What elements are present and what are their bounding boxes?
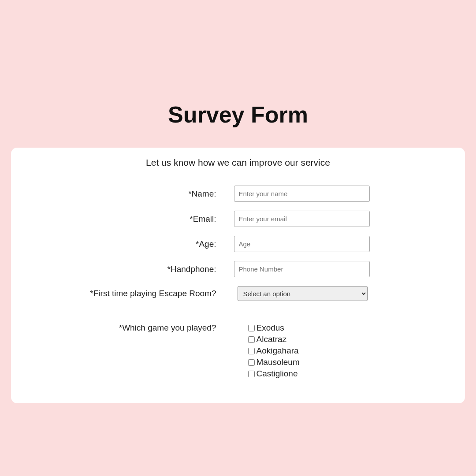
label-handphone: *Handphone: (29, 264, 234, 274)
row-which-game: *Which game you played? Exodus Alcatraz … (29, 323, 447, 380)
name-input[interactable] (234, 186, 370, 202)
wrap-handphone (234, 261, 448, 277)
form-card: Let us know how we can improve our servi… (11, 148, 465, 403)
checkbox-alcatraz[interactable] (248, 336, 255, 343)
row-first-time: *First time playing Escape Room? Select … (29, 286, 447, 301)
checkbox-label-exodus: Exodus (257, 323, 284, 333)
checkbox-item-castiglione[interactable]: Castiglione (248, 369, 448, 379)
label-first-time: *First time playing Escape Room? (29, 289, 234, 298)
first-time-select[interactable]: Select an option (238, 286, 368, 301)
game-checkbox-group: Exodus Alcatraz Aokigahara Mausoleum Cas… (234, 323, 448, 380)
checkbox-label-alcatraz: Alcatraz (257, 335, 287, 344)
label-email: *Email: (29, 214, 234, 224)
checkbox-exodus[interactable] (248, 325, 255, 331)
label-name: *Name: (29, 189, 234, 199)
row-email: *Email: (29, 211, 447, 227)
checkbox-item-mausoleum[interactable]: Mausoleum (248, 357, 448, 367)
form-description: Let us know how we can improve our servi… (29, 157, 447, 168)
row-handphone: *Handphone: (29, 261, 447, 277)
wrap-email (234, 211, 448, 227)
wrap-first-time: Select an option (234, 286, 448, 301)
checkbox-label-mausoleum: Mausoleum (257, 357, 300, 367)
row-name: *Name: (29, 186, 447, 202)
label-which-game: *Which game you played? (29, 323, 234, 333)
handphone-input[interactable] (234, 261, 370, 277)
age-input[interactable] (234, 236, 370, 252)
checkbox-aokigahara[interactable] (248, 348, 255, 354)
page-container: Survey Form Let us know how we can impro… (0, 101, 476, 403)
label-age: *Age: (29, 239, 234, 249)
email-input[interactable] (234, 211, 370, 227)
checkbox-item-exodus[interactable]: Exodus (248, 323, 448, 333)
checkbox-castiglione[interactable] (248, 371, 255, 377)
checkbox-label-castiglione: Castiglione (257, 369, 298, 379)
checkbox-item-alcatraz[interactable]: Alcatraz (248, 335, 448, 344)
wrap-name (234, 186, 448, 202)
row-age: *Age: (29, 236, 447, 252)
page-title: Survey Form (11, 101, 465, 128)
checkbox-mausoleum[interactable] (248, 359, 255, 366)
wrap-age (234, 236, 448, 252)
checkbox-label-aokigahara: Aokigahara (257, 346, 299, 356)
checkbox-item-aokigahara[interactable]: Aokigahara (248, 346, 448, 356)
